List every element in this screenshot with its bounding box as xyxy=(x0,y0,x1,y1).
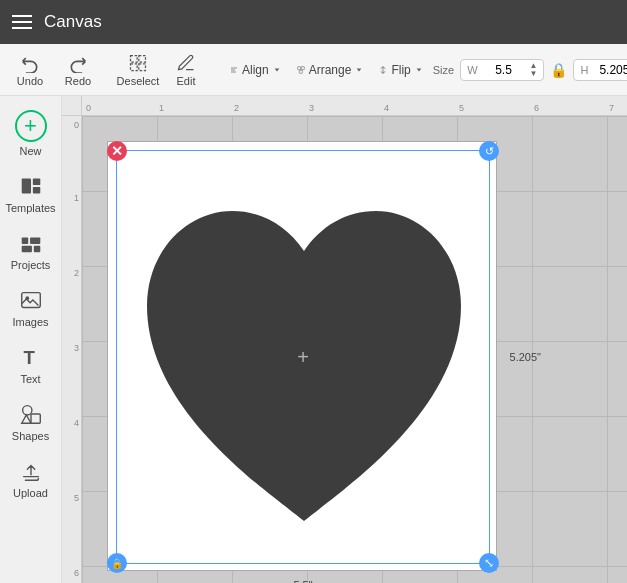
svg-rect-7 xyxy=(297,66,300,69)
shapes-icon xyxy=(18,401,44,427)
svg-rect-9 xyxy=(299,70,302,73)
resize-handle[interactable]: ⤡ xyxy=(479,553,499,573)
redo-button[interactable]: Redo xyxy=(56,49,100,91)
white-canvas: ✕ ↺ 🔒 ⤡ 5.5" 5.205" xyxy=(107,141,497,571)
width-group: W ▲ ▼ xyxy=(460,59,544,81)
width-down[interactable]: ▼ xyxy=(530,70,538,78)
svg-rect-11 xyxy=(21,179,30,194)
toolbar: Undo Redo Deselect Edit Align xyxy=(0,44,627,96)
edit-button[interactable]: Edit xyxy=(164,49,208,91)
arrange-button[interactable]: Arrange xyxy=(291,59,370,81)
sidebar-item-images[interactable]: Images xyxy=(4,281,58,334)
lock-icon: 🔒 xyxy=(550,62,567,78)
sidebar: + New Templates Projects xyxy=(0,96,62,583)
dim-label-width: 5.5" xyxy=(293,579,312,583)
ruler-corner xyxy=(62,96,82,116)
templates-icon xyxy=(18,173,44,199)
sidebar-item-new[interactable]: + New xyxy=(4,104,58,163)
svg-point-21 xyxy=(22,406,31,415)
hamburger-menu[interactable] xyxy=(12,15,32,29)
height-input[interactable] xyxy=(592,63,627,77)
upload-icon xyxy=(18,458,44,484)
sidebar-item-upload[interactable]: Upload xyxy=(4,452,58,505)
width-input[interactable] xyxy=(482,63,526,77)
top-bar: Canvas xyxy=(0,0,627,44)
heart-shape[interactable] xyxy=(117,151,491,565)
svg-rect-17 xyxy=(33,246,40,253)
svg-rect-3 xyxy=(139,63,146,70)
selection-box: ✕ ↺ 🔒 ⤡ 5.5" 5.205" xyxy=(116,150,490,564)
svg-rect-13 xyxy=(32,187,39,194)
sidebar-item-text[interactable]: T Text xyxy=(4,338,58,391)
lock-handle[interactable]: 🔒 xyxy=(107,553,127,573)
svg-rect-15 xyxy=(30,237,40,244)
svg-rect-16 xyxy=(21,246,31,253)
undo-button[interactable]: Undo xyxy=(8,49,52,91)
svg-rect-22 xyxy=(31,414,40,423)
sidebar-item-shapes[interactable]: Shapes xyxy=(4,395,58,448)
sidebar-item-projects[interactable]: Projects xyxy=(4,224,58,277)
deselect-button[interactable]: Deselect xyxy=(116,49,160,91)
close-handle[interactable]: ✕ xyxy=(107,141,127,161)
text-icon: T xyxy=(18,344,44,370)
main-layout: + New Templates Projects xyxy=(0,96,627,583)
svg-rect-14 xyxy=(21,237,28,244)
align-button[interactable]: Align xyxy=(224,59,287,81)
ruler-top: 0 1 2 3 4 5 6 7 xyxy=(82,96,627,116)
svg-rect-0 xyxy=(131,55,138,62)
toolbar-right: Size W ▲ ▼ 🔒 H ▲ ▼ Rotate xyxy=(433,59,627,81)
canvas-area[interactable]: 0 1 2 3 4 5 6 7 0 1 2 3 4 5 6 xyxy=(62,96,627,583)
refresh-handle[interactable]: ↺ xyxy=(479,141,499,161)
svg-rect-1 xyxy=(139,55,146,62)
projects-icon xyxy=(18,230,44,256)
images-icon xyxy=(18,287,44,313)
svg-text:T: T xyxy=(23,347,35,368)
svg-rect-12 xyxy=(32,179,39,186)
svg-rect-2 xyxy=(131,63,138,70)
sidebar-item-templates[interactable]: Templates xyxy=(4,167,58,220)
new-plus-icon: + xyxy=(15,110,47,142)
flip-button[interactable]: Flip xyxy=(373,59,428,81)
crosshair-icon: + xyxy=(297,346,309,369)
app-title: Canvas xyxy=(44,12,102,32)
svg-rect-8 xyxy=(301,66,304,69)
dim-label-height: 5.205" xyxy=(510,351,541,363)
height-group: H ▲ ▼ xyxy=(573,59,627,81)
ruler-left: 0 1 2 3 4 5 6 xyxy=(62,116,82,583)
canvas-grid: ✕ ↺ 🔒 ⤡ 5.5" 5.205" xyxy=(82,116,627,583)
